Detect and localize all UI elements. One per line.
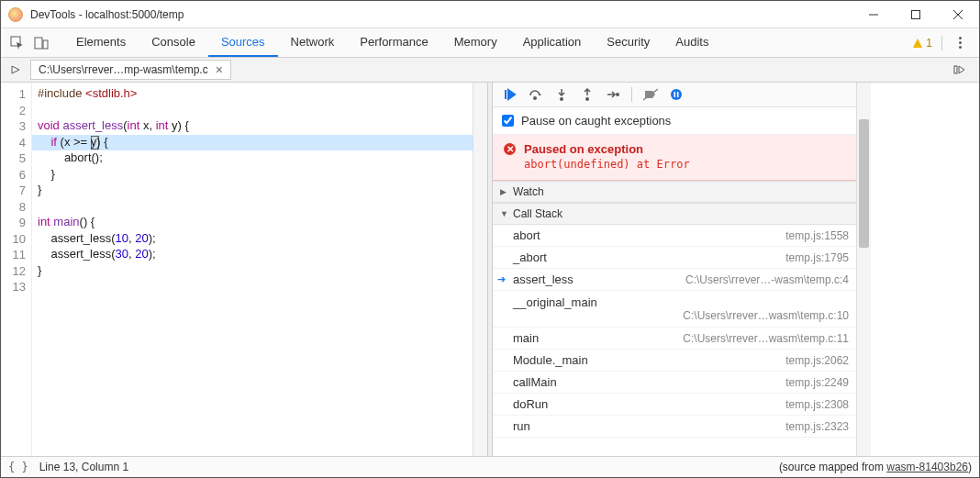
editor-scrollbar[interactable] <box>473 83 487 456</box>
source-map-info: (source mapped from wasm-81403b26) <box>779 461 972 473</box>
frame-location: C:\Users\rrever…wasm\temp.c:11 <box>683 332 849 345</box>
tab-audits[interactable]: Audits <box>663 28 721 57</box>
file-tab[interactable]: C:\Users\rrever…mp-wasm\temp.c × <box>30 60 231 80</box>
tab-application[interactable]: Application <box>510 28 595 57</box>
minimize-icon <box>869 10 878 19</box>
chevron-right-icon: ▶ <box>500 187 509 196</box>
stack-frame[interactable]: ➔assert_lessC:\Users\rrever…-wasm\temp.c… <box>493 269 856 291</box>
tab-console[interactable]: Console <box>139 28 208 57</box>
stack-frame[interactable]: _aborttemp.js:1795 <box>493 247 856 269</box>
pause-on-caught-checkbox[interactable] <box>502 115 514 127</box>
frame-name: abort <box>513 228 540 242</box>
tab-performance[interactable]: Performance <box>347 28 440 57</box>
call-stack-list: aborttemp.js:1558_aborttemp.js:1795➔asse… <box>493 225 856 456</box>
frame-location: temp.js:2308 <box>785 398 849 411</box>
svg-rect-15 <box>677 92 679 97</box>
window-title: DevTools - localhost:5000/temp <box>30 8 852 21</box>
navigator-icon <box>10 64 21 75</box>
frame-name: _abort <box>513 250 547 264</box>
deactivate-breakpoints-button[interactable] <box>640 84 661 105</box>
frame-name: __original_main <box>513 295 597 309</box>
callstack-label: Call Stack <box>513 207 562 220</box>
tab-network[interactable]: Network <box>278 28 348 57</box>
frame-location: temp.js:2323 <box>785 420 849 433</box>
more-menu-button[interactable] <box>952 37 968 49</box>
pause-exceptions-button[interactable] <box>666 84 686 105</box>
frame-name: main <box>513 331 539 345</box>
step-into-button[interactable] <box>551 84 572 105</box>
step-over-icon <box>529 88 543 101</box>
svg-rect-7 <box>954 66 957 73</box>
maximize-button[interactable] <box>895 1 937 28</box>
close-button[interactable] <box>937 1 979 28</box>
stack-frame[interactable]: Module._maintemp.js:2062 <box>493 350 856 372</box>
chevron-down-icon: ▼ <box>500 209 509 218</box>
stack-frame[interactable]: __original_mainC:\Users\rrever…wasm\temp… <box>493 291 856 328</box>
callstack-section-header[interactable]: ▼ Call Stack <box>493 203 856 225</box>
svg-rect-14 <box>674 92 676 97</box>
tab-security[interactable]: Security <box>594 28 663 57</box>
step-out-icon <box>581 88 594 101</box>
file-tab-bar: C:\Users\rrever…mp-wasm\temp.c × <box>1 58 979 83</box>
device-toolbar-button[interactable] <box>30 32 52 54</box>
svg-rect-1 <box>912 10 920 18</box>
inspect-element-button[interactable] <box>6 32 28 54</box>
pause-on-caught-row: Pause on caught exceptions <box>493 107 856 135</box>
paused-banner: ✕ Paused on exception abort(undefined) a… <box>493 135 856 181</box>
stack-frame[interactable]: mainC:\Users\rrever…wasm\temp.c:11 <box>493 328 856 350</box>
pretty-print-button[interactable]: { } <box>8 461 28 473</box>
frame-name: callMain <box>513 375 557 389</box>
svg-point-8 <box>533 96 537 100</box>
frame-location: temp.js:1795 <box>785 251 849 264</box>
content-area: 12345678910111213 #include <stdlib.h> vo… <box>1 83 979 456</box>
stack-frame[interactable]: aborttemp.js:1558 <box>493 225 856 247</box>
svg-rect-5 <box>35 38 42 49</box>
stack-frame[interactable]: doRuntemp.js:2308 <box>493 394 856 416</box>
source-map-link[interactable]: wasm-81403b26 <box>886 461 968 473</box>
frame-location: temp.js:2062 <box>785 354 849 367</box>
scroll-thumb[interactable] <box>859 119 869 248</box>
maximize-icon <box>911 10 920 19</box>
debugger-sidebar: Pause on caught exceptions ✕ Paused on e… <box>493 83 856 456</box>
warning-count: 1 <box>926 37 932 50</box>
warning-badge[interactable]: 1 <box>912 37 932 50</box>
frame-location: C:\Users\rrever…wasm\temp.c:10 <box>513 309 849 322</box>
step-icon <box>606 88 620 101</box>
debugger-toolbar <box>493 83 856 107</box>
run-icon <box>953 64 964 75</box>
main-toolbar: Elements Console Sources Network Perform… <box>1 28 979 58</box>
sidebar-scrollbar[interactable] <box>856 83 871 456</box>
step-over-button[interactable] <box>526 84 546 105</box>
paused-message: abort(undefined) at Error <box>524 158 845 171</box>
svg-point-9 <box>560 97 563 101</box>
device-icon <box>34 36 49 50</box>
pause-icon <box>670 88 683 101</box>
tab-sources[interactable]: Sources <box>208 28 278 57</box>
minimize-button[interactable] <box>852 1 895 28</box>
frame-location: temp.js:2249 <box>785 376 849 389</box>
file-tab-path: C:\Users\rrever…mp-wasm\temp.c <box>39 63 208 76</box>
frame-location: temp.js:1558 <box>785 229 849 242</box>
tab-memory[interactable]: Memory <box>441 28 510 57</box>
watch-label: Watch <box>513 185 544 198</box>
paused-title: Paused on exception <box>524 142 845 156</box>
step-out-button[interactable] <box>577 84 597 105</box>
toolbar-right: 1 <box>912 36 974 50</box>
cursor-position: Line 13, Column 1 <box>39 461 128 473</box>
watch-section-header[interactable]: ▶ Watch <box>493 181 856 203</box>
titlebar: DevTools - localhost:5000/temp <box>1 1 979 28</box>
navigator-toggle-button[interactable] <box>6 61 25 79</box>
tab-elements[interactable]: Elements <box>63 28 139 57</box>
file-tab-close-button[interactable]: × <box>216 63 223 76</box>
step-button[interactable] <box>603 84 623 105</box>
stack-frame[interactable]: runtemp.js:2323 <box>493 416 856 438</box>
source-editor[interactable]: 12345678910111213 #include <stdlib.h> vo… <box>1 83 487 456</box>
code-area[interactable]: #include <stdlib.h> void assert_less(int… <box>32 83 473 456</box>
frame-name: Module._main <box>513 353 588 367</box>
resume-button[interactable] <box>500 84 520 105</box>
error-icon: ✕ <box>504 143 516 155</box>
stack-frame[interactable]: callMaintemp.js:2249 <box>493 372 856 394</box>
code-text: #include <stdlib.h> void assert_less(int… <box>38 86 473 295</box>
svg-point-11 <box>616 93 619 96</box>
run-snippet-button[interactable] <box>950 61 968 79</box>
